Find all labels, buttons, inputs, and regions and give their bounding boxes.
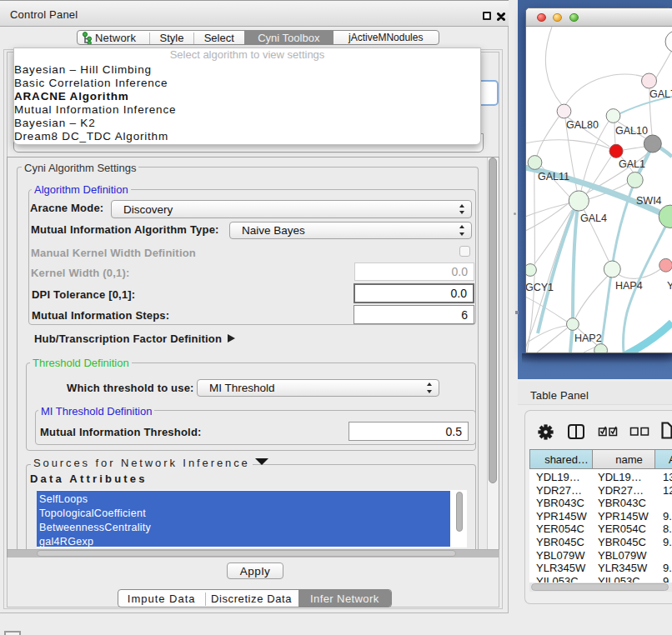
svg-text:GAL1: GAL1 xyxy=(619,158,645,170)
svg-text:Y: Y xyxy=(667,280,672,292)
svg-text:HAP2: HAP2 xyxy=(574,332,602,344)
svg-text:HAP4: HAP4 xyxy=(615,280,643,292)
svg-text:GAL4: GAL4 xyxy=(580,212,607,224)
svg-text:GAL10: GAL10 xyxy=(615,125,648,137)
svg-text:GAL80: GAL80 xyxy=(566,119,599,131)
svg-text:GCY1: GCY1 xyxy=(526,282,554,293)
svg-text:GAL7: GAL7 xyxy=(649,88,672,100)
svg-text:SWI4: SWI4 xyxy=(636,195,662,207)
svg-text:GAL11: GAL11 xyxy=(538,171,569,182)
